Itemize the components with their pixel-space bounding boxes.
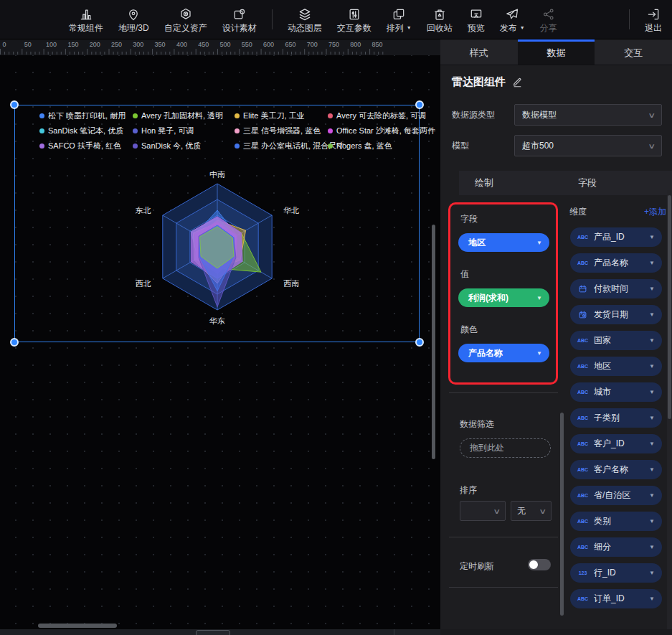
toolbar-item-exit[interactable]: 退出 <box>645 7 662 32</box>
model-row: 模型 超市500 ∨ <box>452 135 662 156</box>
legend-item[interactable]: 松下 喷墨打印机, 耐用 <box>39 110 124 121</box>
svg-text:400: 400 <box>176 41 187 48</box>
legend-item[interactable]: SanDisk 笔记本, 优质 <box>39 126 124 136</box>
subtab-field[interactable]: 字段 <box>578 177 597 189</box>
sort-field-select[interactable]: ∨ <box>460 501 506 521</box>
legend-item[interactable]: SanDisk 今, 优质 <box>133 141 226 151</box>
legend-item[interactable]: SAFCO 扶手椅, 红色 <box>39 141 124 151</box>
toolbar-item-preview[interactable]: 预览 <box>468 7 485 32</box>
dimension-field-地区[interactable]: ABC地区▼ <box>570 357 662 376</box>
caret-down-icon: ▼ <box>649 596 655 602</box>
legend-item[interactable]: Rogers 盘, 蓝色 <box>328 141 435 151</box>
legend-item[interactable]: Avery 孔加固材料, 透明 <box>133 110 226 121</box>
toolbar-item-send[interactable]: 发布▼ <box>500 7 525 32</box>
toolbar-item-design-material[interactable]: 设计素材 <box>222 7 257 32</box>
legend-item[interactable]: 三星 办公室电话机, 混合尺寸 <box>235 141 319 151</box>
canvas-vertical-scrollbar[interactable] <box>432 225 435 459</box>
caret-down-icon: ▼ <box>649 518 655 525</box>
legend-color-dot <box>39 144 44 149</box>
preview-icon <box>469 7 483 22</box>
hexagon-asset-icon <box>179 7 193 22</box>
svg-text:300: 300 <box>133 41 143 48</box>
legend-item-label: Avery 可去除的标签, 可调 <box>336 110 426 121</box>
field-select[interactable]: 地区 ▼ <box>458 233 549 252</box>
dimension-field-国家[interactable]: ABC国家▼ <box>570 331 662 350</box>
dimension-field-细分[interactable]: ABC细分▼ <box>570 537 662 557</box>
toolbar-item-layers[interactable]: 动态图层 <box>288 7 322 32</box>
dimension-field-产品_ID[interactable]: ABC产品_ID▼ <box>570 227 662 247</box>
tab-interaction[interactable]: 交互 <box>595 39 672 65</box>
dimension-field-行_ID[interactable]: 123行_ID▼ <box>570 563 662 583</box>
legend-item-label: Avery 孔加固材料, 透明 <box>141 110 223 121</box>
caret-down-icon: ▼ <box>407 24 412 32</box>
datasource-select[interactable]: 数据模型 ∨ <box>514 104 662 126</box>
color-select[interactable]: 产品名称 ▼ <box>458 344 549 362</box>
toolbar-item-map-pin[interactable]: 地理/3D <box>118 7 149 32</box>
filter-drop-zone[interactable]: 拖到此处 <box>460 438 551 458</box>
legend-item[interactable]: Hon 凳子, 可调 <box>133 126 226 136</box>
subtab-draw[interactable]: 绘制 <box>475 177 493 189</box>
abc-icon: ABC <box>576 545 590 550</box>
legend-item-label: SanDisk 今, 优质 <box>141 141 201 151</box>
field-name: 子类别 <box>594 412 645 424</box>
legend-color-dot <box>235 113 240 118</box>
toolbar-separator <box>272 9 273 29</box>
edit-pencil-icon[interactable] <box>512 77 523 88</box>
dimension-field-类别[interactable]: ABC类别▼ <box>570 512 662 531</box>
dimension-field-城市[interactable]: ABC城市▼ <box>570 382 662 402</box>
caret-down-icon: ▼ <box>649 260 655 266</box>
bottom-bar-control[interactable] <box>196 630 230 635</box>
resize-handle-top-right[interactable] <box>415 100 424 109</box>
field-label: 字段 <box>460 213 546 225</box>
arrange-icon <box>392 7 406 22</box>
caret-down-icon: ▼ <box>536 295 542 301</box>
legend-item[interactable]: Office Star 沙滩椅, 每套两件 <box>328 126 435 136</box>
toolbar-item-sliders[interactable]: 交互参数 <box>337 7 372 32</box>
toolbar-item-hexagon-asset[interactable]: 自定义资产 <box>164 7 207 32</box>
svg-text:350: 350 <box>155 41 166 48</box>
auto-refresh-toggle[interactable] <box>528 559 551 570</box>
legend-item-label: Hon 凳子, 可调 <box>141 126 194 136</box>
model-select[interactable]: 超市500 ∨ <box>514 135 662 156</box>
dimension-field-客户_ID[interactable]: ABC客户_ID▼ <box>570 434 662 453</box>
toolbar-item-label: 交互参数 <box>337 24 372 32</box>
dimension-field-订单_ID[interactable]: ABC订单_ID▼ <box>570 589 662 608</box>
resize-handle-top-left[interactable] <box>10 100 19 109</box>
dimension-field-付款时间[interactable]: 付款时间▼ <box>570 279 662 298</box>
legend-item[interactable]: 三星 信号增强器, 蓝色 <box>235 126 319 136</box>
resize-handle-bottom-left[interactable] <box>10 338 19 347</box>
legend-item[interactable]: Avery 可去除的标签, 可调 <box>328 110 435 121</box>
radar-chart-component[interactable]: 松下 喷墨打印机, 耐用Avery 孔加固材料, 透明Elite 美工刀, 工业… <box>14 105 420 342</box>
legend-item-label: 松下 喷墨打印机, 耐用 <box>48 110 126 121</box>
canvas-horizontal-scrollbar[interactable] <box>38 624 117 628</box>
panel-scrollbar-thumb[interactable] <box>668 195 671 419</box>
sort-order-select[interactable]: 无 ∨ <box>511 501 552 521</box>
tab-style[interactable]: 样式 <box>440 39 518 65</box>
resize-handle-bottom-right[interactable] <box>415 338 424 347</box>
tab-data[interactable]: 数据 <box>518 39 595 65</box>
toolbar-item-chart-bar[interactable]: 常规组件 <box>69 7 103 32</box>
dimension-field-发货日期[interactable]: 发货日期▼ <box>570 305 662 324</box>
dimension-field-省/自治区[interactable]: ABC省/自治区▼ <box>570 486 662 505</box>
toolbar-item-arrange[interactable]: 排列▼ <box>387 7 412 32</box>
design-canvas[interactable]: 松下 喷墨打印机, 耐用Avery 孔加固材料, 透明Elite 美工刀, 工业… <box>0 55 440 629</box>
add-dimension-button[interactable]: +添加 <box>644 206 666 218</box>
caret-down-icon: ▼ <box>649 337 655 344</box>
dimension-label: 维度 <box>569 206 587 218</box>
dimension-field-子类别[interactable]: ABC子类别▼ <box>570 408 662 428</box>
settings-panel: 样式 数据 交互 雷达图组件 数据源类型 数据模型 ∨ 模型 超市500 ∨ <box>440 39 672 635</box>
component-title-row: 雷达图组件 <box>452 75 523 89</box>
legend-item[interactable]: Elite 美工刀, 工业 <box>235 110 319 121</box>
app-root: 常规组件地理/3D自定义资产设计素材动态图层交互参数排列▼回收站预览发布▼分享退… <box>0 0 672 635</box>
panel-inner-scrollbar[interactable] <box>560 413 564 616</box>
calendar-icon <box>576 284 590 293</box>
toolbar-item-label: 设计素材 <box>222 24 257 32</box>
svg-text:中南: 中南 <box>209 170 225 179</box>
legend-color-dot <box>133 144 138 149</box>
value-select[interactable]: 利润(求和) ▼ <box>458 288 549 307</box>
svg-text:250: 250 <box>111 41 122 48</box>
dimension-field-产品名称[interactable]: ABC产品名称▼ <box>570 253 662 273</box>
dimension-field-客户名称[interactable]: ABC客户名称▼ <box>570 460 662 479</box>
toolbar-item-trash[interactable]: 回收站 <box>427 7 453 32</box>
chevron-down-icon: ∨ <box>648 111 656 119</box>
